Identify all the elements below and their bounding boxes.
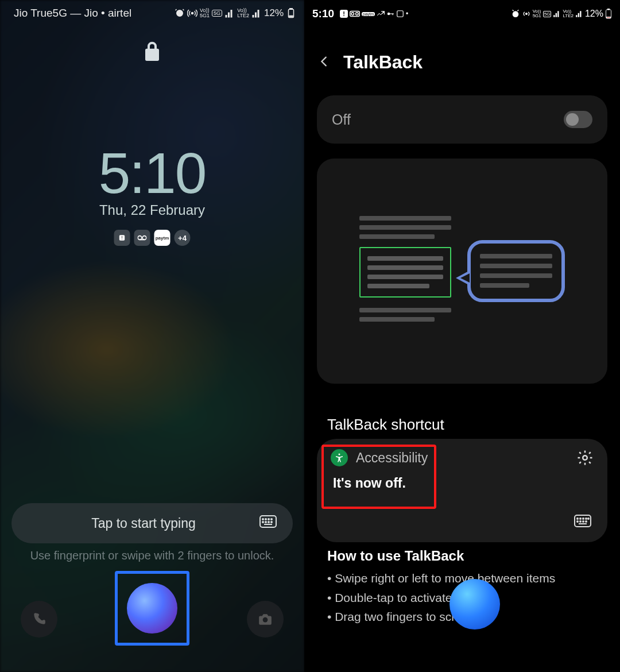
notif-badge-paytm[interactable]: paytm [154,230,170,246]
volte2-icon: Vo))LTE2 [563,9,574,18]
svg-point-28 [512,11,518,17]
howto-title: How to use TalkBack [327,548,555,564]
shortcut-heading[interactable]: TalkBack shortcut [327,416,444,434]
svg-point-15 [271,519,272,520]
svg-point-40 [586,518,587,519]
lockscreen-pane: Jio True5G — Jio • airtel Vo))5G1 5G Vo)… [0,0,304,672]
svg-point-45 [586,521,587,522]
dot-icon: • [406,10,408,18]
battery-icon [605,9,612,19]
svg-rect-32 [606,17,610,18]
nfc-icon [396,10,404,18]
switch-label: Off [332,111,351,128]
howto-item: Double-tap to activate an item [327,588,555,608]
toast-message: It's now off. [333,476,428,491]
status-time: 5:10 [312,7,334,20]
assistant-orb-icon[interactable] [450,579,500,629]
5g-badge-icon: 5G [543,11,552,17]
page-title: TalkBack [343,52,423,73]
svg-rect-3 [289,16,293,17]
illustration-selection-box [359,247,451,298]
assistant-button-highlight[interactable] [115,571,189,646]
howto-section: How to use TalkBack Swipe right or left … [327,548,555,627]
svg-point-14 [268,519,269,520]
toast-app-name: Accessibility [356,450,428,466]
keyboard-icon[interactable] [259,515,277,531]
notif-badge-alert[interactable] [114,230,130,246]
toggle-switch[interactable] [564,111,592,128]
svg-point-23 [356,13,359,16]
accessibility-toast[interactable]: Accessibility It's now off. [317,439,607,542]
status-bar: Jio True5G — Jio • airtel Vo))5G1 5G Vo)… [0,0,304,26]
svg-point-16 [262,522,264,523]
svg-point-43 [580,521,581,522]
voicemail-icon [350,10,360,17]
svg-point-29 [525,13,527,15]
svg-point-8 [142,236,146,240]
back-button[interactable] [318,55,331,70]
svg-point-12 [262,519,264,520]
notification-badges[interactable]: paytm +4 [114,230,191,246]
settings-pane: 5:10 ! paytm • Vo))5G1 5G Vo))LTE2 12% T… [304,0,620,672]
signal1-icon [224,8,235,18]
hotspot-icon [522,9,531,18]
svg-point-38 [580,518,581,519]
gear-icon[interactable] [576,449,594,469]
notif-badge-more[interactable]: +4 [175,230,191,246]
alarm-icon [175,8,185,18]
svg-rect-25 [390,13,394,14]
search-pill[interactable]: Tap to start typing [11,503,293,543]
svg-point-33 [339,454,340,455]
volte1-icon: Vo))5G1 [533,9,541,18]
battery-text-right: 12% [585,9,603,19]
signal2-icon [251,8,262,18]
master-switch-card[interactable]: Off [317,95,607,144]
svg-point-42 [577,521,578,522]
unlock-hint: Use fingerprint or swipe with 2 fingers … [30,549,274,562]
svg-rect-31 [607,9,610,10]
phone-shortcut[interactable] [21,601,57,638]
howto-item: Drag two fingers to scroll [327,607,555,627]
search-hint: Tap to start typing [28,516,259,531]
howto-item: Swipe right or left to move between item… [327,569,555,588]
svg-rect-2 [290,9,293,10]
svg-point-34 [583,455,587,460]
key-icon [386,10,394,18]
hotspot-icon [187,8,197,18]
svg-point-39 [583,518,584,519]
keyboard-icon[interactable] [574,515,591,530]
lock-clock: 5:10 [99,140,206,206]
title-row: TalkBack [304,52,620,73]
svg-point-37 [577,518,578,519]
status-bar-right: 5:10 ! paytm • Vo))5G1 5G Vo))LTE2 12% [304,0,620,28]
status-right: Vo))5G1 5G Vo))LTE2 12% [175,7,296,19]
svg-rect-26 [393,13,393,15]
svg-point-13 [265,519,266,520]
svg-point-19 [271,522,272,523]
volte1-icon: Vo))5G1 [200,8,210,18]
svg-rect-6 [122,239,122,240]
illustration-card [317,159,607,384]
accessibility-icon [331,449,348,466]
camera-shortcut[interactable] [247,601,284,638]
battery-text: 12% [264,7,284,19]
assistant-orb-icon [127,583,177,634]
svg-point-41 [588,518,589,519]
alert-icon: ! [340,10,348,18]
carrier-text: Jio True5G — Jio • airtel [14,7,131,20]
svg-point-22 [351,13,354,16]
notif-badge-voicemail[interactable] [134,230,150,246]
svg-rect-5 [122,236,122,238]
svg-point-20 [263,617,268,623]
svg-point-7 [138,236,142,240]
paytm-icon: paytm [362,12,375,16]
illustration-speech-bubble [467,240,565,302]
status-left-icons: ! paytm • [340,10,408,18]
missed-call-icon [377,10,385,18]
battery-icon [286,8,296,18]
lock-date: Thu, 22 February [99,202,205,218]
howto-list: Swipe right or left to move between item… [327,569,555,627]
status-right-icons: Vo))5G1 5G Vo))LTE2 12% [511,9,612,19]
signal1-icon [553,10,561,18]
lock-icon [143,40,161,65]
